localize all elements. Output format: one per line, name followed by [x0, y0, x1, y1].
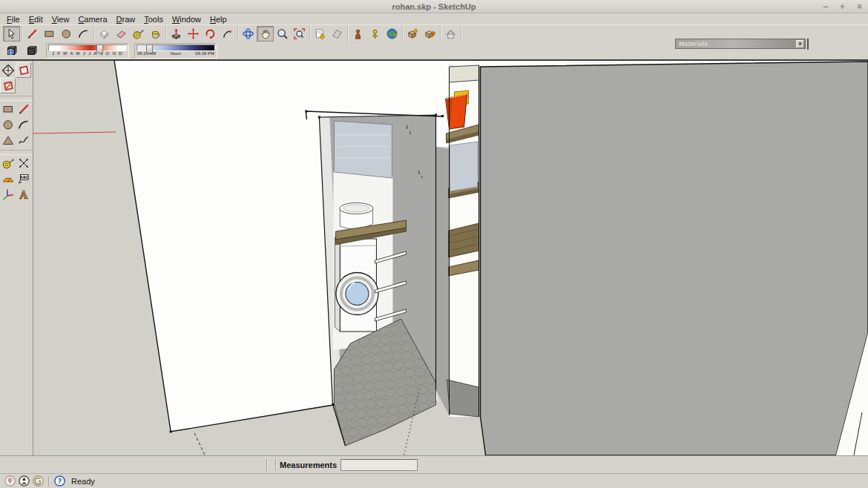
compass-tool-button[interactable]: C	[0, 62, 16, 78]
paint-bucket-icon	[149, 27, 162, 40]
push-pull-button[interactable]	[168, 26, 185, 42]
shadow-toggle-button[interactable]	[22, 43, 41, 59]
freehand-tool-button[interactable]	[16, 132, 31, 148]
orbit-button[interactable]	[240, 26, 257, 42]
line-tool-button[interactable]	[16, 101, 31, 116]
shadow-date-slider[interactable]: J F M A M J J A S O N D	[46, 43, 129, 59]
washer-glass	[346, 283, 369, 306]
menu-camera[interactable]: Camera	[73, 15, 111, 24]
zoom-extents-button[interactable]	[291, 26, 308, 42]
date-slider-track[interactable]	[48, 44, 127, 51]
add-location-button[interactable]	[349, 26, 366, 42]
house-icon	[444, 27, 457, 40]
paint-bucket-button[interactable]	[147, 26, 164, 42]
washing-machine[interactable]	[335, 237, 378, 332]
maximize-button[interactable]: +	[840, 2, 845, 11]
protractor-tool-button[interactable]	[0, 171, 16, 186]
svg-text:C: C	[7, 66, 9, 70]
window-controls: − + ×	[823, 0, 862, 13]
tape-measure-tool-button[interactable]	[0, 155, 16, 171]
materials-panel[interactable]: Materials x	[675, 39, 806, 49]
arc-button[interactable]	[75, 26, 92, 42]
share-models-button[interactable]	[421, 26, 438, 42]
svg-text:A: A	[19, 188, 28, 200]
dimension-tool-button[interactable]	[16, 155, 31, 171]
geolocation-status-button[interactable]	[3, 475, 16, 488]
toolbar-group	[22, 25, 94, 42]
materials-panel-title: Materials	[676, 40, 796, 47]
make-component-button[interactable]	[96, 26, 113, 42]
materials-close-button[interactable]: x	[796, 40, 804, 48]
menu-window[interactable]: Window	[168, 15, 206, 24]
select-button[interactable]	[3, 26, 20, 42]
3d-text-tool-button[interactable]: A	[16, 186, 31, 202]
circle-button[interactable]	[58, 26, 75, 42]
google-earth-button[interactable]	[384, 26, 401, 42]
menu-tools[interactable]: Tools	[139, 15, 168, 24]
date-slider-handle[interactable]	[96, 44, 103, 53]
sink[interactable]	[340, 203, 373, 229]
line-button[interactable]	[24, 26, 41, 42]
section-plane-tool-button[interactable]	[16, 62, 31, 78]
rectangle-button[interactable]	[41, 26, 58, 42]
arc-tool-button[interactable]	[16, 116, 31, 132]
zoom-button[interactable]	[274, 26, 291, 42]
shadow-time-slider[interactable]: 06:26 AM Noon 06:39 PM	[134, 43, 217, 59]
house-button[interactable]	[442, 26, 459, 42]
pan-button[interactable]	[257, 26, 274, 42]
window-title: rohan.skp - SketchUp	[392, 2, 476, 11]
text-tool-button[interactable]: ABC	[16, 171, 31, 186]
menu-help[interactable]: Help	[206, 15, 231, 24]
section-cut-tool-button[interactable]	[0, 78, 16, 93]
eraser-button[interactable]	[113, 26, 130, 42]
get-models-button[interactable]	[404, 26, 421, 42]
pan-icon	[259, 27, 272, 40]
circle-icon	[1, 118, 15, 131]
toolbar-grip	[266, 458, 268, 471]
blue-panel[interactable]	[450, 142, 477, 191]
measurements-input[interactable]	[341, 459, 418, 471]
time-slider-handle[interactable]	[146, 44, 153, 53]
3d-text-icon: A	[17, 188, 30, 201]
menu-draw[interactable]: Draw	[112, 15, 140, 24]
door-return-wall[interactable]	[435, 147, 449, 415]
menu-edit[interactable]: Edit	[24, 15, 47, 24]
toolbar-group	[403, 25, 441, 42]
shadow-settings-button[interactable]: i	[2, 43, 21, 59]
menu-view[interactable]: View	[47, 15, 74, 24]
credit-status-button[interactable]	[17, 475, 30, 488]
close-button[interactable]: ×	[857, 2, 862, 11]
mirror-panel[interactable]	[334, 121, 392, 178]
export-image-button[interactable]	[312, 26, 329, 42]
follow-me-button[interactable]	[219, 26, 236, 42]
model-scene	[33, 61, 868, 455]
shelf-column[interactable]	[445, 65, 479, 417]
help-icon-slot: ?	[53, 475, 66, 488]
tape-measure-icon	[1, 156, 15, 170]
minimize-button[interactable]: −	[823, 2, 828, 11]
help-button[interactable]: ?	[53, 475, 66, 488]
rectangle-tool-button[interactable]	[0, 101, 16, 116]
section-plane-icon	[17, 64, 30, 77]
zoom-extents-icon	[293, 27, 306, 40]
circle-tool-button[interactable]	[0, 116, 16, 132]
rotate-icon	[204, 27, 217, 40]
line-icon	[17, 102, 30, 116]
3d-viewport[interactable]	[33, 61, 868, 455]
orange-pot[interactable]	[445, 94, 467, 129]
sign-in-status-button[interactable]	[31, 475, 45, 488]
axes-tool-button[interactable]	[0, 186, 16, 202]
date-slider-labels: J F M A M J J A S O N D	[48, 51, 127, 57]
toolbar-group	[441, 25, 461, 42]
polygon-tool-button[interactable]	[0, 132, 16, 148]
section-plane-gray-button[interactable]	[329, 26, 346, 42]
arc-icon	[77, 27, 90, 40]
laundry-room-interior[interactable]	[319, 115, 435, 446]
move-button[interactable]	[185, 26, 202, 42]
gray-wall[interactable]	[481, 62, 868, 455]
position-camera-button[interactable]	[366, 26, 384, 42]
rotate-button[interactable]	[202, 26, 219, 42]
menu-file[interactable]: File	[2, 15, 24, 24]
tape-measure-button[interactable]	[130, 26, 147, 42]
shadow-buttons: i	[2, 43, 41, 59]
